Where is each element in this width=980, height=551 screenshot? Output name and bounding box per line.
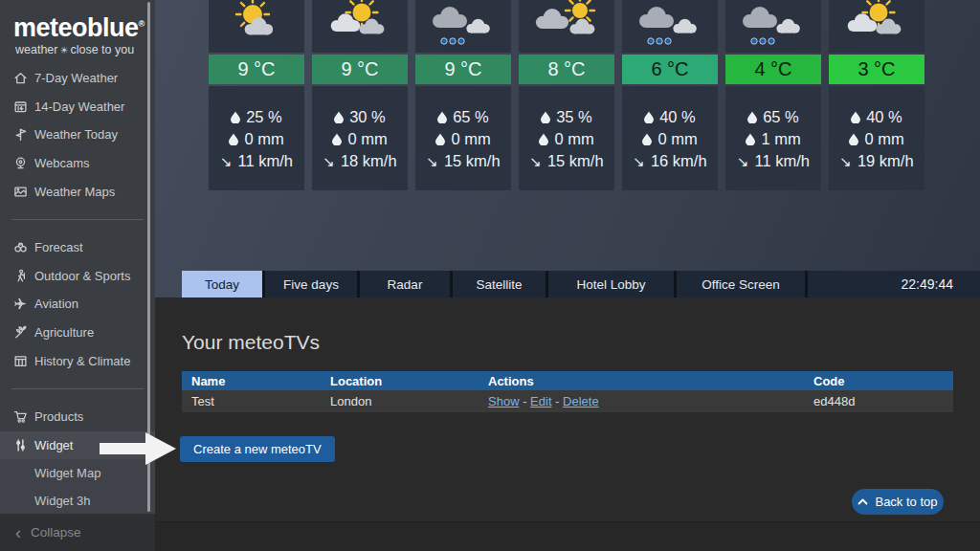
tab-hotel-lobby[interactable]: Hotel Lobby [548, 271, 674, 298]
sun-small-cloud-icon [209, 0, 304, 53]
action-link-show[interactable]: Show [488, 394, 520, 408]
table-row: TestLondonShow - Edit - Deleteed448d [182, 390, 953, 412]
binoculars-icon [13, 240, 34, 254]
sidebar-divider [11, 219, 144, 220]
hiker-icon [13, 269, 34, 283]
weather-vane-icon [13, 127, 34, 142]
rain-two-clouds-icon [725, 0, 821, 53]
sidebar: meteoblue® weather☀close to you 7-Day We… [0, 0, 155, 551]
droplet-icon [539, 133, 548, 145]
sidebar-item-weather-today[interactable]: Weather Today [0, 121, 155, 149]
weather-card: 9 °C65 %0 mm↘15 km/h [415, 0, 511, 190]
sidebar-item-weather-maps[interactable]: Weather Maps [0, 177, 155, 206]
droplet-icon [332, 133, 342, 145]
column-header-location: Location [321, 374, 479, 388]
temperature-badge: 9 °C [415, 55, 511, 84]
logo[interactable]: meteoblue® weather☀close to you [0, 0, 155, 56]
sidebar-item-forecast[interactable]: Forecast [0, 233, 155, 262]
wind-direction-icon: ↘ [839, 153, 852, 170]
sidebar-item-label: Widget [34, 438, 73, 452]
sidebar-item-14-day-weather[interactable]: 14-Day Weather [0, 93, 155, 121]
weather-card: 3 °C40 %0 mm↘19 km/h [829, 0, 924, 190]
action-separator: - [552, 394, 564, 408]
sidebar-item-label: Webcams [34, 156, 90, 170]
sidebar-divider [11, 388, 144, 389]
card-details: 25 %0 mm↘11 km/h [209, 86, 304, 190]
droplet-icon [642, 133, 652, 145]
action-link-delete[interactable]: Delete [563, 394, 599, 408]
sidebar-item-aviation[interactable]: Aviation [0, 290, 155, 319]
sidebar-item-label: Forecast [34, 240, 83, 254]
humidity-row: 35 % [541, 108, 592, 126]
humidity-row: 65 % [437, 108, 489, 126]
droplet-icon [541, 111, 550, 123]
meteotv-table: NameLocationActionsCode TestLondonShow -… [182, 371, 953, 412]
main-content: 9 °C25 %0 mm↘11 km/h9 °C30 %0 mm↘18 km/h… [155, 0, 980, 551]
sidebar-item-label: Products [34, 409, 83, 424]
wind-row: ↘18 km/h [323, 152, 396, 170]
create-meteotv-button[interactable]: Create a new meteoTV [180, 436, 335, 462]
temperature-badge: 9 °C [312, 55, 408, 84]
meteoblue-app: meteoblue® weather☀close to you 7-Day We… [0, 0, 980, 551]
weather-card: 9 °C25 %0 mm↘11 km/h [209, 0, 304, 190]
sidebar-subitem-widget-3h[interactable]: Widget 3h [0, 487, 155, 515]
calendar-14-icon [13, 99, 34, 114]
rain-two-clouds-icon [415, 0, 511, 53]
wind-row: ↘15 km/h [426, 152, 500, 170]
tab-today[interactable]: Today [182, 271, 262, 298]
footer-strip [155, 521, 980, 551]
sidebar-item-agriculture[interactable]: Agriculture [0, 319, 155, 347]
cell-actions: Show - Edit - Delete [479, 394, 804, 408]
logo-title: meteoblue® [13, 10, 155, 42]
humidity-row: 30 % [334, 108, 386, 126]
cart-icon [13, 409, 34, 424]
action-link-edit[interactable]: Edit [530, 394, 551, 408]
column-header-code: Code [804, 374, 953, 388]
card-details: 40 %0 mm↘16 km/h [622, 86, 718, 190]
sidebar-item-label: Weather Maps [34, 185, 115, 199]
droplet-icon [851, 111, 860, 123]
sidebar-item-history-climate[interactable]: History & Climate [0, 346, 155, 375]
home-icon [13, 71, 34, 85]
sidebar-item-label: Weather Today [34, 127, 118, 142]
sidebar-collapse-button[interactable]: ‹ Collapse [0, 514, 155, 551]
nav-secondary: ForecastOutdoor & SportsAviationAgricult… [0, 233, 155, 375]
droplet-icon [437, 111, 447, 123]
page-title: Your meteoTVs [182, 331, 320, 354]
droplet-icon [849, 133, 858, 145]
weather-card: 8 °C35 %0 mm↘15 km/h [519, 0, 614, 190]
back-to-top-button[interactable]: Back to top [852, 489, 944, 515]
webcam-icon [13, 156, 34, 170]
card-details: 65 %1 mm↘11 km/h [725, 86, 821, 190]
tab-satellite[interactable]: Satellite [453, 271, 546, 298]
nav-primary: 7-Day Weather14-Day WeatherWeather Today… [0, 64, 155, 206]
card-details: 65 %0 mm↘15 km/h [415, 86, 511, 190]
temperature-badge: 9 °C [209, 55, 304, 84]
cell-code: ed448d [804, 394, 953, 408]
table-header: NameLocationActionsCode [182, 371, 953, 390]
sun-icon: ☀ [57, 45, 70, 55]
sidebar-item-webcams[interactable]: Webcams [0, 149, 155, 178]
weather-cards-row: 9 °C25 %0 mm↘11 km/h9 °C30 %0 mm↘18 km/h… [209, 0, 924, 190]
tab-five-days[interactable]: Five days [265, 271, 357, 298]
droplet-icon [231, 111, 240, 123]
tab-office-screen[interactable]: Office Screen [677, 271, 805, 298]
sidebar-item-7-day-weather[interactable]: 7-Day Weather [0, 64, 155, 93]
pointer-arrow-icon [100, 430, 178, 467]
precipitation-row: 0 mm [435, 130, 490, 148]
card-details: 40 %0 mm↘19 km/h [829, 86, 924, 190]
sidebar-item-label: Aviation [34, 297, 78, 311]
sidebar-item-products[interactable]: Products [0, 403, 155, 431]
clouds-sun-peek-icon [519, 0, 614, 53]
tab-radar[interactable]: Radar [360, 271, 450, 298]
column-header-name: Name [182, 374, 321, 388]
humidity-row: 40 % [851, 108, 902, 126]
cell-location: London [321, 394, 479, 408]
sidebar-item-outdoor-sports[interactable]: Outdoor & Sports [0, 262, 155, 291]
map-icon [13, 185, 34, 199]
droplet-icon [746, 133, 755, 145]
meteotv-preview: 9 °C25 %0 mm↘11 km/h9 °C30 %0 mm↘18 km/h… [155, 0, 980, 298]
precipitation-row: 0 mm [229, 130, 283, 148]
chevron-up-icon [858, 498, 868, 505]
weather-card: 6 °C40 %0 mm↘16 km/h [622, 0, 718, 190]
